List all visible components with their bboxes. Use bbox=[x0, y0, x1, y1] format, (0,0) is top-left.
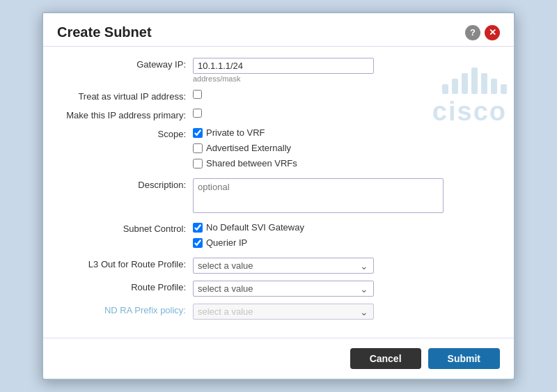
nd-ra-select[interactable]: select a value bbox=[193, 304, 374, 320]
nd-ra-row: ND RA Prefix policy: select a value bbox=[57, 304, 500, 320]
l3-out-row: L3 Out for Route Profile: select a value bbox=[57, 258, 500, 274]
route-profile-label: Route Profile: bbox=[57, 281, 193, 292]
description-label: Description: bbox=[57, 178, 193, 190]
scope-row: Scope: Private to VRF Advertised Externa… bbox=[57, 127, 500, 171]
cisco-bars-icon bbox=[442, 68, 507, 94]
scope-advertised-label: Advertised Externally bbox=[206, 143, 291, 153]
querier-ip-checkbox[interactable] bbox=[193, 238, 203, 248]
scope-control: Private to VRF Advertised Externally Sha… bbox=[193, 127, 500, 171]
make-primary-checkbox[interactable] bbox=[193, 109, 202, 118]
dialog-header: Create Subnet ? ✕ bbox=[43, 13, 514, 47]
cisco-watermark: cisco bbox=[432, 68, 507, 127]
scope-label: Scope: bbox=[57, 127, 193, 139]
help-button[interactable]: ? bbox=[465, 25, 480, 40]
scope-advertised-checkbox[interactable] bbox=[193, 143, 203, 153]
scope-shared-row: Shared between VRFs bbox=[193, 158, 500, 168]
gateway-ip-label: Gateway IP: bbox=[57, 58, 193, 70]
close-button[interactable]: ✕ bbox=[485, 25, 500, 40]
nd-ra-select-wrapper: select a value bbox=[193, 304, 374, 320]
treat-virtual-checkbox[interactable] bbox=[193, 90, 202, 99]
dialog-body: cisco Gateway IP: address/mask Treat as … bbox=[43, 47, 514, 338]
description-textarea[interactable] bbox=[193, 178, 444, 213]
description-control bbox=[193, 178, 500, 215]
querier-ip-row: Querier IP bbox=[193, 237, 500, 248]
header-icons: ? ✕ bbox=[465, 25, 500, 40]
make-primary-label: Make this IP address primary: bbox=[57, 109, 193, 120]
route-profile-control: select a value bbox=[193, 281, 500, 297]
description-row: Description: bbox=[57, 178, 500, 215]
nd-ra-label: ND RA Prefix policy: bbox=[57, 304, 193, 315]
route-profile-row: Route Profile: select a value bbox=[57, 281, 500, 297]
dialog-footer: Cancel Submit bbox=[43, 338, 514, 379]
l3-out-control: select a value bbox=[193, 258, 500, 274]
scope-shared-checkbox[interactable] bbox=[193, 159, 203, 168]
scope-private-label: Private to VRF bbox=[206, 127, 265, 138]
querier-ip-label: Querier IP bbox=[206, 237, 247, 248]
scope-private-row: Private to VRF bbox=[193, 127, 500, 138]
l3-out-select[interactable]: select a value bbox=[193, 258, 374, 274]
no-default-svi-row: No Default SVI Gateway bbox=[193, 222, 500, 233]
submit-button[interactable]: Submit bbox=[428, 348, 500, 369]
subnet-control-row: Subnet Control: No Default SVI Gateway Q… bbox=[57, 222, 500, 251]
no-default-svi-checkbox[interactable] bbox=[193, 223, 203, 233]
subnet-control-label: Subnet Control: bbox=[57, 222, 193, 234]
route-profile-select-wrapper: select a value bbox=[193, 281, 374, 297]
treat-virtual-label: Treat as virtual IP address: bbox=[57, 90, 193, 102]
no-default-svi-label: No Default SVI Gateway bbox=[206, 222, 304, 233]
subnet-control-options: No Default SVI Gateway Querier IP bbox=[193, 222, 500, 251]
route-profile-select[interactable]: select a value bbox=[193, 281, 374, 297]
cisco-logo-text: cisco bbox=[432, 97, 507, 127]
scope-private-checkbox[interactable] bbox=[193, 128, 203, 138]
scope-advertised-row: Advertised Externally bbox=[193, 143, 500, 153]
l3-out-select-wrapper: select a value bbox=[193, 258, 374, 274]
cancel-button[interactable]: Cancel bbox=[350, 348, 421, 369]
nd-ra-control: select a value bbox=[193, 304, 500, 320]
create-subnet-dialog: Create Subnet ? ✕ cisco Gateway IP: bbox=[42, 12, 515, 380]
gateway-ip-input[interactable] bbox=[193, 58, 374, 74]
scope-shared-label: Shared between VRFs bbox=[206, 158, 297, 168]
l3-out-label: L3 Out for Route Profile: bbox=[57, 258, 193, 269]
dialog-title: Create Subnet bbox=[57, 24, 152, 40]
